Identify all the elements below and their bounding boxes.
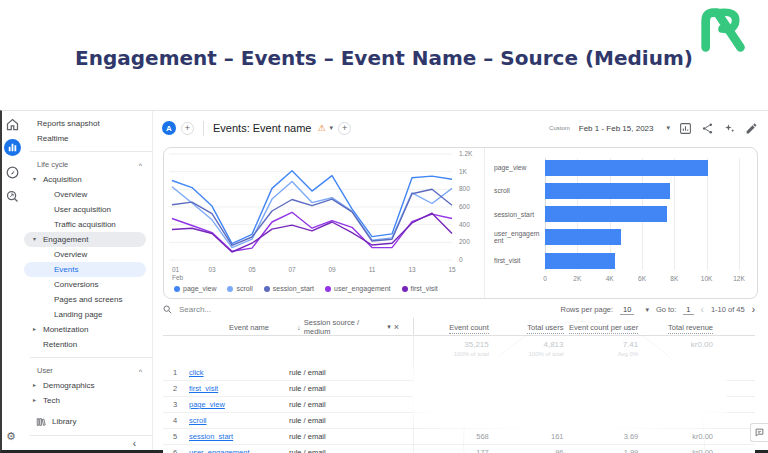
section-collapse-chevron-icon[interactable]: ^ xyxy=(139,364,142,379)
add-comparison-button[interactable]: + xyxy=(181,122,194,135)
dimension-caret-icon[interactable]: ▾ xyxy=(387,323,391,331)
date-range-picker[interactable]: Feb 1 - Feb 15, 2023 xyxy=(579,124,654,133)
sidebar-item-life-cycle[interactable]: Life cycle^ xyxy=(24,157,152,172)
legend-item-user_engagement[interactable]: user_engagement xyxy=(325,285,390,292)
sidebar-item-landing-page[interactable]: Landing page xyxy=(24,307,152,322)
totals-value: kr0.00 xyxy=(638,340,713,349)
bar-user-engagement[interactable] xyxy=(545,229,621,245)
column-header-event-count-per-user[interactable]: Event count per user xyxy=(564,323,639,332)
sidebar-item-label: Overview xyxy=(54,190,87,199)
legend-label: user_engagement xyxy=(334,285,390,292)
sidebar-item-label: Retention xyxy=(43,340,77,349)
legend-item-session_start[interactable]: session_start xyxy=(264,285,314,292)
goto-page-input[interactable]: 1 xyxy=(683,305,693,315)
edit-comparisons-icon[interactable] xyxy=(679,122,692,135)
legend-dot-icon xyxy=(227,286,233,292)
legend-dot-icon xyxy=(264,286,270,292)
sidebar-item-monetization[interactable]: ▸Monetization xyxy=(24,322,152,337)
totals-subtext: 100% of total xyxy=(414,351,489,357)
legend-item-page_view[interactable]: page_view xyxy=(174,285,216,292)
column-header-session-source-medium[interactable]: ↓ Session source / medium ▾ × xyxy=(289,318,413,336)
column-header-event-count[interactable]: Event count xyxy=(414,323,489,332)
sidebar-item-engagement[interactable]: ▾Engagement xyxy=(24,232,146,247)
column-header-total-revenue[interactable]: Total revenue xyxy=(638,323,713,332)
bar-page-view[interactable] xyxy=(545,160,708,176)
pagination-next-button[interactable]: › xyxy=(752,304,755,315)
sidebar-item-user[interactable]: User^ xyxy=(24,363,152,378)
collapse-sidebar-button[interactable]: ‹ xyxy=(133,438,136,449)
feedback-button[interactable] xyxy=(750,423,768,442)
event-name-link[interactable]: session_start xyxy=(189,432,289,441)
admin-gear-icon[interactable]: ⚙ xyxy=(6,431,16,442)
bar-category-label: user_engagement xyxy=(494,230,545,244)
section-collapse-chevron-icon[interactable]: ^ xyxy=(139,158,142,173)
sidebar-item-label: Monetization xyxy=(43,325,88,334)
pagination-prev-button[interactable]: ‹ xyxy=(701,304,704,315)
sidebar-item-reports-snapshot[interactable]: Reports snapshot xyxy=(24,116,152,131)
search-input[interactable] xyxy=(177,304,271,315)
metric-value-event-count-per-user: 1.99 xyxy=(564,448,639,453)
legend-label: session_start xyxy=(273,285,314,292)
remove-dimension-icon[interactable]: × xyxy=(394,322,399,332)
add-report-button[interactable]: + xyxy=(338,122,351,135)
sidebar-item-retention[interactable]: Retention xyxy=(24,337,152,352)
feedback-bubble-icon xyxy=(755,428,764,437)
totals-cell-event-count: 35,215100% of total xyxy=(414,335,489,357)
legend-item-first_visit[interactable]: first_visit xyxy=(402,285,438,292)
insights-icon[interactable] xyxy=(723,122,736,135)
event-name-link[interactable]: click xyxy=(189,368,289,377)
date-range-caret-icon[interactable]: ▾ xyxy=(666,124,670,132)
totals-value: 4,813 xyxy=(489,340,564,349)
row-metrics xyxy=(413,413,755,428)
edit-report-pencil-icon[interactable] xyxy=(745,122,758,135)
bar-chart: page_viewscrollsession_startuser_engagem… xyxy=(494,158,739,270)
sidebar-item-realtime[interactable]: Realtime xyxy=(24,131,152,146)
sidebar-item-conversions[interactable]: Conversions xyxy=(24,277,152,292)
bar-axis-tick: 2K xyxy=(573,275,581,282)
sidebar-item-label: Pages and screens xyxy=(54,295,123,304)
metric-value-event-count-per-user: 3.69 xyxy=(564,432,639,441)
sort-descending-icon[interactable]: ↓ xyxy=(297,323,301,332)
event-name-link[interactable]: scroll xyxy=(189,416,289,425)
advertising-icon[interactable] xyxy=(5,189,20,204)
sidebar-item-label: Realtime xyxy=(37,134,69,143)
sidebar-item-overview[interactable]: Overview xyxy=(24,187,152,202)
sidebar-item-pages-and-screens[interactable]: Pages and screens xyxy=(24,292,152,307)
reports-icon[interactable] xyxy=(4,139,21,156)
home-icon[interactable] xyxy=(5,117,20,132)
report-dropdown-caret-icon[interactable]: ▾ xyxy=(330,124,334,132)
comparison-chip-all-users[interactable]: A xyxy=(162,121,176,135)
column-header-event-name[interactable]: Event name xyxy=(189,323,289,332)
legend-item-scroll[interactable]: scroll xyxy=(227,285,252,292)
data-quality-warning-icon[interactable]: ⚠ xyxy=(317,124,325,133)
event-name-link[interactable]: page_view xyxy=(189,400,289,409)
sidebar-item-demographics[interactable]: ▸Demographics xyxy=(24,378,152,393)
sidebar-item-label: User xyxy=(37,366,53,375)
bar-first-visit[interactable] xyxy=(545,253,615,269)
line-series-user_engagement xyxy=(172,212,452,251)
sidebar-item-traffic-acquisition[interactable]: Traffic acquisition xyxy=(24,217,152,232)
sidebar-item-events[interactable]: Events xyxy=(24,262,146,277)
sidebar-item-label: Reports snapshot xyxy=(37,119,100,128)
sidebar-item-user-acquisition[interactable]: User acquisition xyxy=(24,202,152,217)
rows-per-page-select[interactable]: 10 xyxy=(620,305,634,315)
column-header-total-users[interactable]: Total users xyxy=(489,323,564,332)
bar-row-session-start: session_start xyxy=(494,205,739,224)
explore-icon[interactable] xyxy=(5,165,20,180)
sidebar-item-overview[interactable]: Overview xyxy=(24,247,152,262)
event-name-link[interactable]: user_engagement xyxy=(189,448,289,453)
bar-row-user-engagement: user_engagement xyxy=(494,228,739,247)
share-icon[interactable] xyxy=(701,122,714,135)
screen: Engagement – Events – Event Name – Sourc… xyxy=(0,0,768,453)
sidebar-item-library[interactable]: Library xyxy=(24,414,152,429)
totals-cell-event-count-per-user: 7.41Avg 0% xyxy=(564,335,639,357)
sidebar-item-acquisition[interactable]: ▾Acquisition xyxy=(24,172,152,187)
sidebar-item-tech[interactable]: ▸Tech xyxy=(24,393,152,408)
bar-session-start[interactable] xyxy=(545,206,667,222)
event-name-link[interactable]: first_visit xyxy=(189,384,289,393)
totals-cell-total-revenue: kr0.00 xyxy=(638,335,713,349)
rows-per-page-caret-icon[interactable]: ▾ xyxy=(645,306,649,314)
bar-scroll[interactable] xyxy=(545,183,670,199)
svg-text:13: 13 xyxy=(408,266,416,273)
table-toolbar: Rows per page: 10 ▾ Go to: 1 ‹ 1-10 of 4… xyxy=(163,301,755,318)
